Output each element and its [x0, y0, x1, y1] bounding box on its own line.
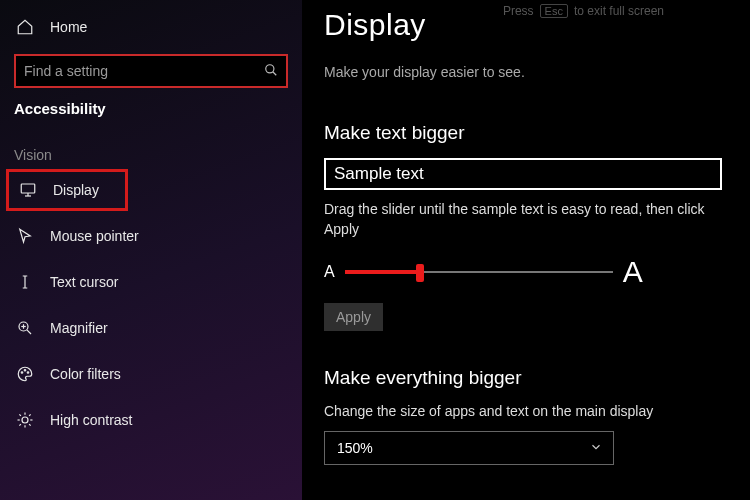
palette-icon: [14, 365, 36, 383]
fullscreen-hint: Press Esc to exit full screen: [503, 4, 664, 18]
svg-point-12: [27, 372, 29, 374]
svg-point-13: [22, 417, 28, 423]
home-icon: [14, 18, 36, 36]
sidebar-item-label: High contrast: [50, 412, 132, 428]
esc-key: Esc: [540, 4, 568, 18]
apply-button[interactable]: Apply: [324, 303, 383, 331]
svg-line-20: [19, 424, 21, 426]
sidebar-item-magnifier[interactable]: Magnifier: [0, 305, 302, 351]
svg-point-11: [24, 370, 26, 372]
sidebar-item-label: Mouse pointer: [50, 228, 139, 244]
sidebar-item-color-filters[interactable]: Color filters: [0, 351, 302, 397]
magnifier-icon: [14, 319, 36, 337]
sidebar-item-label: Magnifier: [50, 320, 108, 336]
category-accessibility: Accessibility: [0, 98, 302, 125]
brightness-icon: [14, 411, 36, 429]
page-subtitle: Make your display easier to see.: [324, 64, 724, 80]
home-label: Home: [50, 19, 87, 35]
chevron-down-icon: [589, 440, 603, 457]
group-vision: Vision: [0, 125, 302, 167]
slider-thumb[interactable]: [416, 264, 424, 282]
sample-text-box: Sample text: [324, 158, 722, 190]
cursor-icon: [14, 227, 36, 245]
svg-line-19: [29, 424, 31, 426]
section-make-text-bigger: Make text bigger: [324, 122, 724, 144]
svg-line-7: [27, 330, 31, 334]
sidebar-item-label: Color filters: [50, 366, 121, 382]
svg-point-10: [21, 372, 23, 374]
sidebar-item-home[interactable]: Home: [0, 6, 302, 48]
svg-line-18: [19, 414, 21, 416]
sidebar: Home Accessibility Vision Display Mouse …: [0, 0, 302, 500]
text-cursor-icon: [14, 273, 36, 291]
section-make-everything-bigger: Make everything bigger: [324, 367, 724, 389]
small-a-label: A: [324, 263, 335, 281]
sidebar-item-mouse-pointer[interactable]: Mouse pointer: [0, 213, 302, 259]
search-input[interactable]: [24, 63, 264, 79]
svg-point-0: [266, 64, 274, 72]
sidebar-item-high-contrast[interactable]: High contrast: [0, 397, 302, 443]
svg-rect-2: [21, 184, 35, 193]
search-input-wrap[interactable]: [14, 54, 288, 88]
sidebar-item-label: Text cursor: [50, 274, 118, 290]
monitor-icon: [17, 181, 39, 199]
scale-description: Change the size of apps and text on the …: [324, 403, 724, 419]
text-size-slider[interactable]: [345, 262, 613, 282]
text-size-slider-row: A A: [324, 255, 724, 289]
selected-highlight: Display: [6, 169, 128, 211]
scale-value: 150%: [337, 440, 373, 456]
big-a-label: A: [623, 255, 643, 289]
sidebar-item-label: Display: [53, 182, 99, 198]
scale-dropdown[interactable]: 150%: [324, 431, 614, 465]
svg-line-21: [29, 414, 31, 416]
slider-instruction: Drag the slider until the sample text is…: [324, 200, 724, 239]
sidebar-item-text-cursor[interactable]: Text cursor: [0, 259, 302, 305]
svg-line-1: [273, 71, 277, 75]
main-content: Press Esc to exit full screen Display Ma…: [302, 0, 750, 500]
sidebar-item-display[interactable]: Display: [9, 172, 125, 208]
search-icon: [264, 63, 278, 80]
